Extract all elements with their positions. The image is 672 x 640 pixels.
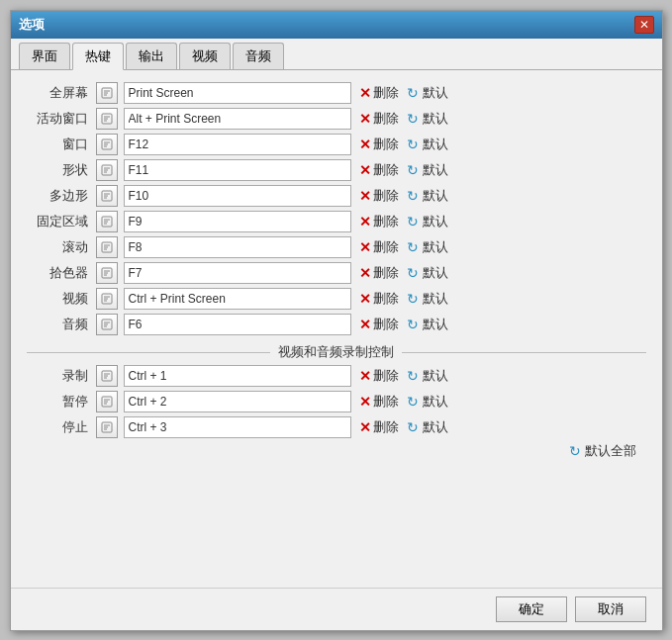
tab-hotkey[interactable]: 热键 (72, 43, 124, 70)
delete-label: 删除 (373, 238, 399, 256)
default-button[interactable]: ↻ 默认 (405, 367, 448, 385)
delete-label: 删除 (373, 84, 399, 102)
delete-button[interactable]: ✕ 删除 (359, 418, 399, 436)
default-icon: ↻ (405, 111, 421, 127)
hotkey-input[interactable] (124, 314, 351, 335)
key-icon[interactable] (96, 314, 118, 335)
hotkey-input[interactable] (124, 365, 351, 387)
hotkey-actions: ✕ 删除↻ 默认 (359, 187, 448, 205)
default-button[interactable]: ↻ 默认 (405, 290, 448, 308)
hotkey-row: 活动窗口 ✕ 删除↻ 默认 (27, 108, 646, 130)
key-icon[interactable] (96, 108, 118, 130)
default-label: 默认 (423, 187, 448, 205)
hotkey-label: 录制 (27, 367, 96, 385)
key-icon[interactable] (96, 185, 118, 207)
tab-video[interactable]: 视频 (179, 43, 231, 69)
confirm-button[interactable]: 确定 (496, 596, 567, 622)
options-window: 选项 ✕ 界面 热键 输出 视频 音频 全屏幕 ✕ 删除↻ 默认活动窗口 ✕ 删… (10, 10, 663, 631)
hotkey-actions: ✕ 删除↻ 默认 (359, 213, 448, 230)
key-icon[interactable] (96, 82, 118, 104)
cancel-button[interactable]: 取消 (575, 596, 646, 622)
delete-button[interactable]: ✕ 删除 (359, 316, 399, 333)
hotkey-actions: ✕ 删除↻ 默认 (359, 84, 448, 102)
delete-icon: ✕ (359, 419, 371, 435)
hotkey-input[interactable] (124, 262, 351, 284)
default-button[interactable]: ↻ 默认 (405, 418, 448, 436)
key-icon[interactable] (96, 159, 118, 181)
default-button[interactable]: ↻ 默认 (405, 136, 448, 153)
hotkey-label: 拾色器 (27, 264, 96, 282)
delete-button[interactable]: ✕ 删除 (359, 110, 399, 128)
default-label: 默认 (423, 316, 448, 333)
delete-label: 删除 (373, 213, 399, 230)
default-label: 默认 (423, 84, 448, 102)
default-button[interactable]: ↻ 默认 (405, 110, 448, 128)
default-label: 默认 (423, 238, 448, 256)
delete-button[interactable]: ✕ 删除 (359, 213, 399, 230)
key-icon[interactable] (96, 262, 118, 284)
hotkey-input[interactable] (124, 391, 351, 412)
delete-button[interactable]: ✕ 删除 (359, 136, 399, 153)
default-all-button[interactable]: ↻ 默认全部 (567, 442, 636, 460)
hotkey-input[interactable] (124, 236, 351, 258)
default-button[interactable]: ↻ 默认 (405, 393, 448, 411)
default-button[interactable]: ↻ 默认 (405, 213, 448, 230)
key-icon[interactable] (96, 211, 118, 232)
delete-button[interactable]: ✕ 删除 (359, 161, 399, 179)
delete-button[interactable]: ✕ 删除 (359, 238, 399, 256)
delete-button[interactable]: ✕ 删除 (359, 393, 399, 411)
hotkey-actions: ✕ 删除↻ 默认 (359, 238, 448, 256)
delete-button[interactable]: ✕ 删除 (359, 187, 399, 205)
hotkey-input[interactable] (124, 82, 351, 104)
hotkey-row: 固定区域 ✕ 删除↻ 默认 (27, 211, 646, 232)
hotkey-input[interactable] (124, 134, 351, 155)
key-icon[interactable] (96, 416, 118, 438)
delete-icon: ✕ (359, 394, 371, 410)
default-icon: ↻ (405, 291, 421, 307)
key-icon[interactable] (96, 288, 118, 310)
default-all-label: 默认全部 (585, 442, 636, 460)
key-icon[interactable] (96, 134, 118, 155)
default-button[interactable]: ↻ 默认 (405, 161, 448, 179)
hotkey-input[interactable] (124, 288, 351, 310)
tab-audio[interactable]: 音频 (233, 43, 284, 69)
default-button[interactable]: ↻ 默认 (405, 187, 448, 205)
default-label: 默认 (423, 264, 448, 282)
tab-interface[interactable]: 界面 (19, 43, 70, 69)
hotkey-input[interactable] (124, 211, 351, 232)
delete-icon: ✕ (359, 85, 371, 101)
default-label: 默认 (423, 136, 448, 153)
hotkey-label: 活动窗口 (27, 110, 96, 128)
delete-label: 删除 (373, 290, 399, 308)
hotkey-input[interactable] (124, 185, 351, 207)
default-button[interactable]: ↻ 默认 (405, 238, 448, 256)
default-button[interactable]: ↻ 默认 (405, 84, 448, 102)
hotkey-label: 多边形 (27, 187, 96, 205)
hotkey-actions: ✕ 删除↻ 默认 (359, 316, 448, 333)
recording-rows: 录制 ✕ 删除↻ 默认暂停 ✕ 删除↻ 默认停止 ✕ 删除↻ 默认 (27, 365, 646, 438)
hotkey-input[interactable] (124, 159, 351, 181)
hotkey-row: 拾色器 ✕ 删除↻ 默认 (27, 262, 646, 284)
default-icon: ↻ (405, 317, 421, 332)
default-all-icon: ↻ (567, 443, 583, 459)
default-icon: ↻ (405, 419, 421, 435)
hotkey-input[interactable] (124, 416, 351, 438)
key-icon[interactable] (96, 391, 118, 412)
hotkey-label: 形状 (27, 161, 96, 179)
key-icon[interactable] (96, 236, 118, 258)
delete-button[interactable]: ✕ 删除 (359, 367, 399, 385)
delete-button[interactable]: ✕ 删除 (359, 84, 399, 102)
delete-button[interactable]: ✕ 删除 (359, 264, 399, 282)
default-button[interactable]: ↻ 默认 (405, 316, 448, 333)
delete-label: 删除 (373, 316, 399, 333)
delete-icon: ✕ (359, 265, 371, 281)
delete-icon: ✕ (359, 368, 371, 384)
default-button[interactable]: ↻ 默认 (405, 264, 448, 282)
hotkey-input[interactable] (124, 108, 351, 130)
tab-output[interactable]: 输出 (126, 43, 177, 69)
key-icon[interactable] (96, 365, 118, 387)
hotkey-row: 形状 ✕ 删除↻ 默认 (27, 159, 646, 181)
delete-button[interactable]: ✕ 删除 (359, 290, 399, 308)
close-button[interactable]: ✕ (634, 16, 654, 34)
hotkey-rows: 全屏幕 ✕ 删除↻ 默认活动窗口 ✕ 删除↻ 默认窗口 ✕ 删除↻ 默认形状 ✕… (27, 82, 646, 335)
